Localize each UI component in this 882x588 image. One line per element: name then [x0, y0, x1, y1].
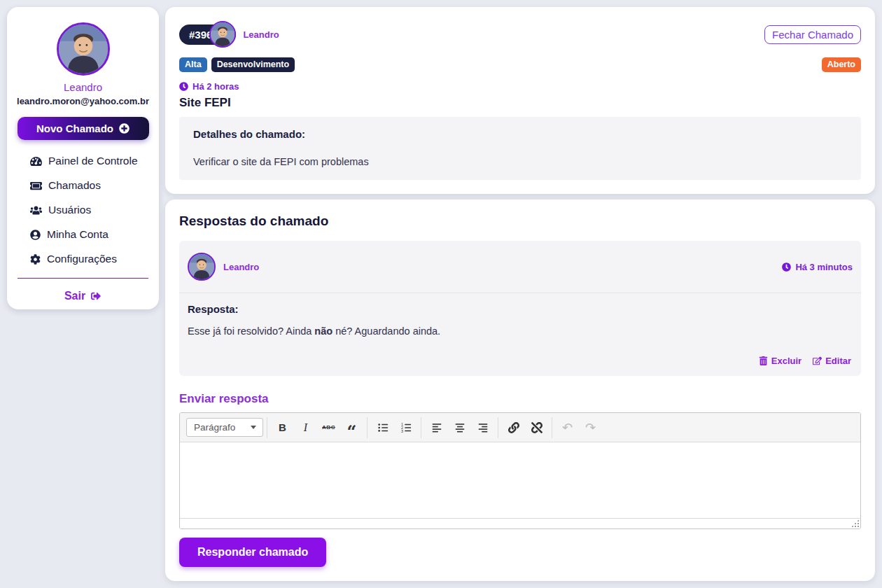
ticket-created-label: Há 2 horas: [192, 81, 239, 92]
redo-icon: ↷: [585, 420, 596, 435]
logout-label: Sair: [64, 290, 85, 302]
sidebar-item-label: Chamados: [48, 179, 101, 192]
response-time: Há 3 minutos: [782, 262, 853, 272]
remove-link-button[interactable]: [525, 417, 548, 438]
sidebar-item-account[interactable]: Minha Conta: [30, 227, 159, 241]
toolbar-group-history: ↶ ↷: [552, 417, 606, 438]
blockquote-button[interactable]: “: [340, 417, 363, 438]
italic-button[interactable]: I: [294, 417, 317, 438]
edit-response-link[interactable]: Editar: [813, 356, 851, 366]
redo-button[interactable]: ↷: [579, 417, 602, 438]
response-text: Esse já foi resolvido? Ainda não né? Agu…: [188, 326, 853, 337]
page: Leandro leandro.moron@yahoo.com.br Novo …: [0, 0, 882, 588]
ticket-header: #396 Leandro Fechar Chamado: [179, 21, 861, 48]
link-icon: [508, 422, 519, 433]
delete-label: Excluir: [771, 356, 802, 366]
align-right-button[interactable]: [471, 417, 494, 438]
undo-icon: ↶: [562, 420, 573, 435]
sidebar-divider: [18, 278, 148, 279]
user-circle-icon: [30, 230, 41, 240]
editor-statusbar: [180, 518, 860, 528]
sidebar-item-settings[interactable]: Configurações: [30, 252, 159, 266]
chevron-down-icon: [251, 426, 256, 429]
toolbar-group-text-style: B I ABC “: [267, 417, 368, 438]
bullet-list-icon: [377, 422, 388, 433]
rich-text-editor: Parágrafo B I ABC “: [179, 412, 861, 529]
sidebar-item-label: Minha Conta: [47, 228, 108, 241]
edit-label: Editar: [825, 356, 851, 366]
format-select[interactable]: Parágrafo: [186, 418, 263, 437]
ticket-created-time: Há 2 horas: [179, 81, 861, 92]
ticket-details-text: Verificar o site da FEPI com problemas: [193, 156, 847, 167]
ticket-card: #396 Leandro Fechar Chamado Alta Desenvo…: [165, 7, 875, 194]
insert-link-button[interactable]: [502, 417, 525, 438]
trash-icon: [759, 356, 768, 365]
sidebar-item-label: Configurações: [47, 253, 117, 265]
numbered-list-button[interactable]: 123: [394, 417, 417, 438]
new-ticket-button[interactable]: Novo Chamado: [18, 117, 149, 140]
response-label: Resposta:: [188, 303, 853, 315]
resize-grip-icon[interactable]: [851, 519, 859, 527]
avatar: [57, 22, 110, 76]
profile-name: Leandro: [7, 81, 159, 93]
ticket-details-heading: Detalhes do chamado:: [193, 128, 847, 140]
ticket-author-name[interactable]: Leandro: [243, 29, 279, 40]
close-ticket-button[interactable]: Fechar Chamado: [764, 25, 861, 44]
toolbar-group-format: Parágrafo: [183, 417, 267, 438]
bullet-list-button[interactable]: [371, 417, 394, 438]
category-badge: Desenvolvimento: [211, 57, 295, 72]
align-right-icon: [477, 422, 489, 433]
response-item: Leandro Há 3 minutos Resposta: Esse já f…: [179, 241, 861, 376]
align-left-button[interactable]: [425, 417, 448, 438]
responses-card: Respostas do chamado Leandro Há 3 minuto…: [165, 200, 875, 581]
response-text-bold: não: [314, 326, 332, 337]
gear-icon: [30, 254, 41, 265]
sidebar-item-tickets[interactable]: Chamados: [30, 178, 159, 192]
bold-button[interactable]: B: [271, 417, 294, 438]
unlink-icon: [531, 422, 542, 433]
numbered-list-icon: 123: [400, 422, 412, 433]
sidebar-item-dashboard[interactable]: Painel de Controle: [30, 154, 159, 168]
align-left-icon: [431, 422, 442, 433]
format-select-value: Parágrafo: [194, 422, 235, 433]
strikethrough-button[interactable]: ABC: [317, 417, 340, 438]
priority-badge: Alta: [179, 57, 207, 72]
response-text-part: Esse já foi resolvido? Ainda: [188, 326, 314, 337]
align-center-icon: [454, 422, 465, 433]
sidebar-item-users[interactable]: Usuários: [30, 203, 159, 217]
edit-icon: [813, 356, 822, 365]
users-icon: [30, 205, 42, 216]
ticket-icon: [30, 181, 42, 191]
undo-button[interactable]: ↶: [556, 417, 579, 438]
plus-circle-icon: [119, 123, 130, 134]
sidebar-item-label: Usuários: [48, 204, 91, 216]
status-badge: Aberto: [822, 57, 861, 72]
logout-link[interactable]: Sair: [7, 290, 159, 302]
ticket-details-box: Detalhes do chamado: Verificar o site da…: [179, 117, 861, 180]
response-header: Leandro Há 3 minutos: [179, 241, 861, 293]
response-text-part: né? Aguardando ainda.: [332, 326, 440, 337]
delete-response-link[interactable]: Excluir: [759, 356, 802, 366]
response-actions: Excluir Editar: [179, 337, 861, 376]
align-center-button[interactable]: [448, 417, 471, 438]
response-body: Resposta: Esse já foi resolvido? Ainda n…: [179, 293, 861, 337]
ticket-badges: Alta Desenvolvimento Aberto: [179, 57, 861, 72]
tachometer-icon: [30, 156, 42, 167]
svg-text:3: 3: [400, 429, 402, 433]
ticket-author-avatar: [209, 21, 236, 48]
sign-out-icon: [90, 291, 102, 301]
strikethrough-icon: ABC: [322, 424, 335, 430]
clock-icon: [179, 82, 188, 91]
ticket-title: Site FEPI: [179, 96, 861, 110]
response-author-avatar: [188, 253, 216, 281]
editor-toolbar: Parágrafo B I ABC “: [180, 413, 860, 442]
response-time-label: Há 3 minutos: [795, 262, 853, 272]
toolbar-group-align: [421, 417, 498, 438]
response-author-name[interactable]: Leandro: [223, 262, 259, 272]
clock-icon: [782, 262, 791, 272]
toolbar-group-lists: 123: [368, 417, 421, 438]
sidebar: Leandro leandro.moron@yahoo.com.br Novo …: [7, 7, 159, 309]
editor-content[interactable]: [180, 442, 860, 518]
submit-reply-button[interactable]: Responder chamado: [179, 538, 326, 567]
sidebar-nav: Painel de Controle Chamados Usuários Min…: [7, 154, 159, 266]
